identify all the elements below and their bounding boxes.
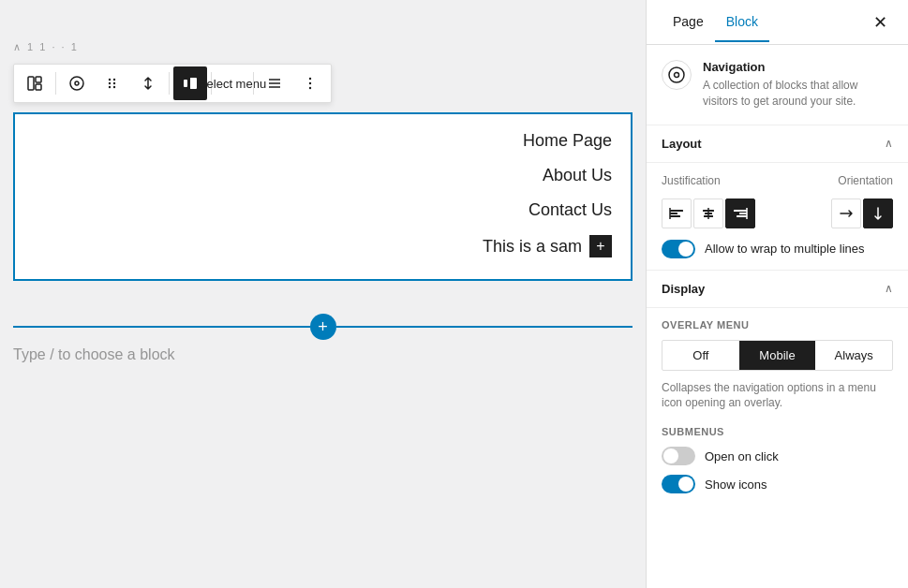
overlay-mobile-button[interactable]: Mobile bbox=[739, 341, 816, 370]
select-menu-label: Select menu bbox=[199, 77, 266, 91]
submenus-section: SUBMENUS Open on click Show icons bbox=[662, 426, 893, 493]
svg-rect-33 bbox=[737, 215, 747, 217]
svg-rect-2 bbox=[36, 84, 41, 90]
svg-rect-12 bbox=[184, 80, 187, 87]
justify-right-button[interactable] bbox=[725, 198, 755, 228]
type-hint: Type / to choose a block bbox=[13, 346, 175, 363]
submenus-label: SUBMENUS bbox=[662, 426, 893, 437]
svg-rect-29 bbox=[704, 215, 713, 217]
justification-label: Justification bbox=[662, 174, 721, 187]
svg-point-17 bbox=[309, 78, 311, 80]
navigation-icon bbox=[662, 60, 692, 90]
toolbar-divider-4 bbox=[253, 72, 254, 95]
svg-point-4 bbox=[75, 81, 79, 85]
nav-block: Home Page About Us Contact Us This is a … bbox=[13, 112, 633, 281]
show-icons-toggle[interactable] bbox=[662, 475, 695, 493]
list-item: Contact Us bbox=[34, 193, 612, 228]
display-section: OVERLAY MENU Off Mobile Always Collapses… bbox=[647, 308, 908, 515]
svg-rect-22 bbox=[670, 210, 683, 212]
block-toolbar: Select menu bbox=[13, 64, 332, 103]
insert-block-row: + bbox=[13, 314, 633, 340]
orientation-horizontal-button[interactable] bbox=[831, 198, 861, 228]
tab-block[interactable]: Block bbox=[715, 3, 769, 42]
list-item: About Us bbox=[34, 158, 612, 193]
overlay-off-button[interactable]: Off bbox=[662, 341, 739, 370]
show-icons-row: Show icons bbox=[662, 475, 893, 493]
toolbar-divider-2 bbox=[169, 72, 170, 95]
more-options-button[interactable] bbox=[293, 66, 327, 100]
ruler-area: ∧ 1 1 · · 1 bbox=[13, 28, 633, 66]
overlay-menu-buttons: Off Mobile Always bbox=[662, 340, 893, 371]
layout-chevron-icon: ∧ bbox=[885, 137, 893, 150]
insert-line-right bbox=[336, 326, 633, 328]
svg-point-9 bbox=[113, 82, 115, 84]
layout-section-header[interactable]: Layout ∧ bbox=[647, 125, 908, 163]
list-item: This is a sam + bbox=[34, 228, 612, 265]
open-on-click-row: Open on click bbox=[662, 447, 893, 465]
display-chevron-icon: ∧ bbox=[885, 282, 893, 295]
block-description: A collection of blocks that allow visito… bbox=[703, 78, 893, 110]
layout-title: Layout bbox=[662, 137, 702, 151]
nav-item-text: This is a sam bbox=[483, 237, 582, 257]
svg-rect-28 bbox=[705, 213, 712, 214]
list-view-button[interactable] bbox=[258, 66, 291, 100]
svg-point-19 bbox=[309, 87, 311, 89]
open-on-click-toggle[interactable] bbox=[662, 447, 695, 465]
layout-buttons-row bbox=[662, 198, 893, 228]
svg-rect-0 bbox=[28, 77, 34, 90]
svg-rect-23 bbox=[670, 213, 677, 214]
svg-rect-1 bbox=[36, 77, 41, 82]
panel-header: Page Block ✕ bbox=[647, 0, 908, 45]
svg-point-6 bbox=[109, 82, 111, 84]
svg-rect-24 bbox=[670, 215, 680, 217]
svg-rect-31 bbox=[734, 210, 747, 212]
layout-justify-row: Justification Orientation bbox=[662, 174, 893, 187]
move-up-down-button[interactable] bbox=[131, 66, 165, 100]
block-info: Navigation A collection of blocks that a… bbox=[647, 45, 908, 125]
display-section-header[interactable]: Display ∧ bbox=[647, 271, 908, 308]
justify-center-button[interactable] bbox=[693, 198, 723, 228]
orientation-buttons bbox=[831, 198, 893, 228]
compass-icon-button[interactable] bbox=[60, 66, 94, 100]
close-button[interactable]: ✕ bbox=[867, 9, 893, 36]
toolbar-divider-1 bbox=[55, 72, 56, 95]
drag-handle-button[interactable] bbox=[96, 66, 129, 100]
svg-rect-32 bbox=[739, 213, 747, 214]
editor-area: ∧ 1 1 · · 1 bbox=[0, 0, 646, 588]
open-on-click-label: Open on click bbox=[705, 449, 779, 463]
overlay-always-button[interactable]: Always bbox=[815, 341, 892, 370]
block-info-text: Navigation A collection of blocks that a… bbox=[703, 60, 893, 110]
svg-point-3 bbox=[70, 77, 83, 90]
wrap-toggle-row: Allow to wrap to multiple lines bbox=[662, 240, 893, 258]
justify-left-button[interactable] bbox=[662, 198, 692, 228]
layout-section: Justification Orientation bbox=[647, 163, 908, 271]
wrap-toggle[interactable] bbox=[662, 240, 695, 258]
svg-rect-27 bbox=[703, 210, 714, 212]
overlay-description: Collapses the navigation options in a me… bbox=[662, 380, 893, 412]
select-menu-button[interactable]: Select menu bbox=[216, 66, 249, 100]
overlay-menu-label: OVERLAY MENU bbox=[662, 319, 893, 331]
show-icons-label: Show icons bbox=[705, 478, 767, 492]
layout-icon-button[interactable] bbox=[18, 66, 52, 100]
wrap-label: Allow to wrap to multiple lines bbox=[705, 242, 865, 256]
svg-point-5 bbox=[109, 79, 111, 81]
insert-line-left bbox=[13, 326, 310, 328]
ruler-marks: ∧ 1 1 · · 1 bbox=[13, 41, 79, 53]
justify-buttons bbox=[662, 198, 755, 228]
panel-tabs: Page Block bbox=[662, 3, 769, 42]
block-title: Navigation bbox=[703, 60, 893, 74]
tab-page[interactable]: Page bbox=[662, 3, 715, 42]
orientation-label: Orientation bbox=[838, 174, 893, 187]
display-title: Display bbox=[662, 282, 705, 296]
insert-block-button[interactable]: + bbox=[310, 314, 336, 340]
svg-point-10 bbox=[113, 86, 115, 88]
nav-items: Home Page About Us Contact Us This is a … bbox=[15, 114, 631, 274]
svg-point-8 bbox=[113, 79, 115, 81]
right-panel: Page Block ✕ Navigation A collection of … bbox=[646, 0, 908, 588]
svg-point-21 bbox=[675, 73, 679, 78]
svg-point-18 bbox=[309, 82, 311, 84]
nav-add-button[interactable]: + bbox=[589, 235, 612, 257]
orientation-vertical-button[interactable] bbox=[863, 198, 893, 228]
svg-point-20 bbox=[669, 67, 684, 82]
list-item: Home Page bbox=[34, 124, 612, 158]
